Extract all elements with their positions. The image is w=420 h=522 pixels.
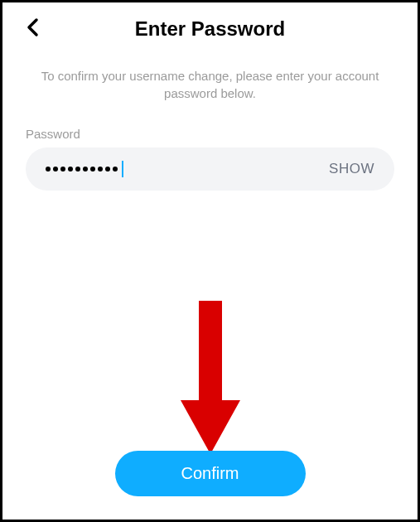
back-icon[interactable] (26, 17, 41, 41)
password-input[interactable]: SHOW (26, 147, 394, 191)
description-text: To confirm your username change, please … (2, 51, 418, 110)
password-value (46, 161, 123, 177)
page-title: Enter Password (135, 17, 285, 41)
show-password-button[interactable]: SHOW (329, 161, 374, 177)
arrow-annotation (177, 301, 244, 462)
confirm-button[interactable]: Confirm (115, 451, 306, 496)
password-label: Password (26, 127, 394, 141)
